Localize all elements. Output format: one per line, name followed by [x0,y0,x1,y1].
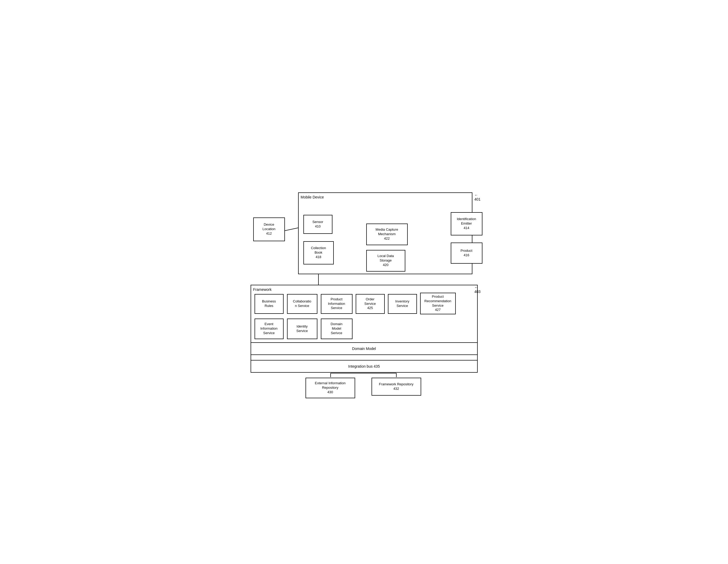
product-416-box: Product416 [451,243,482,264]
identification-emitter-box: IdentificationEmitter414 [451,212,482,236]
collection-book-label: CollectionBook418 [311,246,326,260]
integration-bus-label: Integration bus 435 [348,364,380,368]
device-location-box: DeviceLocation412 [253,218,285,241]
business-rules-box: BusinessRules [255,294,284,314]
local-data-storage-box: Local DataStorage420 [366,250,405,272]
product-information-service-box: ProductInformationService [321,294,353,314]
external-information-repository-box: External InformationRepository430 [306,378,355,398]
domain-model-bar: Domain Model [251,342,478,355]
event-information-service-label: EventInformationService [260,322,278,335]
device-location-label: DeviceLocation412 [262,223,275,236]
identity-service-box: IdentityService [287,318,317,339]
inventory-service-label: InventoryService [395,299,409,308]
product-recommendation-service-box: ProductRecommendationService427 [420,293,456,314]
identification-emitter-label: IdentificationEmitter414 [457,217,476,231]
order-service-label: OrderService425 [364,297,376,310]
collaboration-service-box: Collaboration Service [287,294,317,314]
domain-model-label: Domain Model [352,346,376,351]
product-416-label: Product416 [461,249,472,258]
diagram-container: Mobile Device Framework Domain Model Int… [245,187,483,377]
event-information-service-box: EventInformationService [255,318,284,339]
collection-book-box: CollectionBook418 [303,241,334,265]
domain-model-service-label: DomainModelSerivce [331,322,342,335]
framework-repository-label: Framework Repository432 [379,382,414,391]
media-capture-box: Media CaptureMechanism422 [366,224,408,245]
product-recommendation-service-label: ProductRecommendationService427 [424,294,451,312]
sensor-box: Sensor410 [303,215,332,234]
annotation-401: ← 401 [475,193,483,201]
local-data-storage-label: Local DataStorage420 [377,254,394,268]
business-rules-label: BusinessRules [262,299,276,308]
framework-repository-box: Framework Repository432 [372,378,421,396]
sensor-label: Sensor410 [312,220,323,229]
domain-model-service-box: DomainModelSerivce [321,318,353,339]
collaboration-service-label: Collaboration Service [293,299,311,308]
product-information-service-label: ProductInformationService [328,297,345,310]
mobile-device-label: Mobile Device [301,195,470,199]
integration-bus-bar: Integration bus 435 [251,360,478,373]
identity-service-label: IdentityService [296,324,308,333]
external-information-repository-label: External InformationRepository430 [315,381,345,394]
annotation-403: ← 403 [475,285,483,294]
inventory-service-box: InventoryService [388,294,417,314]
framework-label: Framework [253,287,475,291]
media-capture-label: Media CaptureMechanism422 [375,228,398,241]
order-service-box: OrderService425 [356,294,385,314]
